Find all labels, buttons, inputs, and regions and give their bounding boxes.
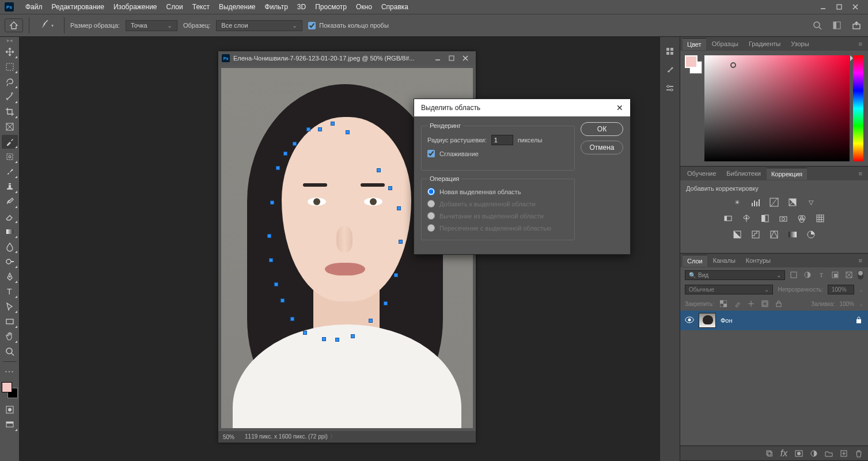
layer-thumbnail[interactable] — [699, 313, 716, 328]
show-ring-checkbox[interactable] — [308, 22, 316, 29]
delete-layer-icon[interactable] — [854, 449, 863, 458]
anchor-point[interactable] — [267, 234, 271, 238]
document-titlebar[interactable]: Ps Елена-Чонишвили-7-926-123-01-20-17.jp… — [218, 51, 476, 65]
adj-mixer-icon[interactable] — [795, 213, 808, 224]
layers-panel-menu[interactable]: ≡ — [855, 257, 866, 264]
layer-lock-icon[interactable] — [855, 316, 863, 325]
color-panel-menu[interactable]: ≡ — [855, 40, 866, 47]
magic-wand-tool[interactable] — [2, 90, 18, 104]
adjustment-layer-icon[interactable] — [809, 449, 818, 458]
search-button[interactable] — [810, 18, 824, 32]
sample-layers-dropdown[interactable]: Все слои⌄ — [216, 20, 302, 31]
lock-all-icon[interactable] — [774, 299, 783, 308]
tab-gradients[interactable]: Градиенты — [744, 38, 785, 50]
anchor-point[interactable] — [384, 301, 388, 305]
gradient-tool[interactable] — [2, 225, 18, 239]
tab-paths[interactable]: Контуры — [741, 255, 775, 266]
adj-gradientmap-icon[interactable] — [786, 229, 799, 240]
collapsed-icon-presets[interactable] — [662, 81, 678, 96]
move-tool[interactable] — [2, 45, 18, 59]
history-brush-tool[interactable] — [2, 195, 18, 209]
adj-curves-icon[interactable] — [768, 197, 780, 208]
quick-mask-toggle[interactable] — [2, 403, 18, 417]
lock-artboard-icon[interactable] — [760, 299, 770, 308]
marquee-tool[interactable] — [2, 60, 18, 74]
menu-text[interactable]: Текст — [188, 3, 214, 11]
doc-close[interactable] — [458, 53, 472, 63]
menu-3d[interactable]: 3D — [293, 3, 310, 11]
view-mode-button[interactable] — [830, 18, 844, 32]
hue-slider[interactable] — [853, 55, 863, 161]
share-button[interactable] — [850, 18, 863, 32]
color-field[interactable] — [704, 55, 850, 161]
anchor-point[interactable] — [322, 337, 326, 341]
pen-tool[interactable] — [2, 270, 18, 284]
op-new-radio-row[interactable]: Новая выделенная область — [427, 188, 568, 195]
color-picker-indicator[interactable] — [730, 62, 736, 68]
eyedropper-tool[interactable] — [2, 135, 18, 149]
anchor-point[interactable] — [388, 186, 392, 190]
anchor-point[interactable] — [293, 142, 297, 146]
menu-image[interactable]: Изображение — [109, 3, 162, 11]
layer-name[interactable]: Фон — [721, 317, 851, 324]
path-selection-tool[interactable] — [2, 300, 18, 313]
tab-layers[interactable]: Слои — [683, 255, 707, 267]
lasso-tool[interactable] — [2, 75, 18, 89]
anchor-point[interactable] — [290, 317, 294, 321]
lock-transparency-icon[interactable] — [719, 299, 728, 308]
anchor-point[interactable] — [394, 273, 398, 277]
lock-position-icon[interactable] — [746, 299, 756, 308]
layer-item-background[interactable]: Фон — [680, 311, 868, 330]
anchor-point[interactable] — [306, 127, 310, 131]
adj-balance-icon[interactable] — [740, 213, 753, 224]
ok-button[interactable]: ОК — [581, 122, 623, 136]
window-close[interactable] — [847, 0, 863, 14]
adj-posterize-icon[interactable] — [749, 229, 762, 240]
blur-tool[interactable] — [2, 240, 18, 254]
tab-color[interactable]: Цвет — [683, 38, 706, 50]
fg-bg-swatches[interactable] — [685, 55, 701, 161]
collapsed-icon-brush[interactable] — [662, 62, 678, 77]
doc-minimize[interactable] — [431, 53, 445, 63]
layers-filter-dropdown[interactable]: 🔍 Вид⌄ — [685, 270, 785, 280]
link-layers-icon[interactable]: ⧉ — [764, 449, 774, 458]
anchor-point[interactable] — [397, 206, 401, 210]
anchor-point[interactable] — [335, 338, 339, 342]
window-maximize[interactable] — [831, 0, 847, 14]
frame-tool[interactable] — [2, 120, 18, 134]
screen-mode-toggle[interactable] — [2, 418, 18, 432]
tab-libraries[interactable]: Библиотеки — [722, 168, 765, 179]
menu-file[interactable]: Файл — [21, 3, 47, 11]
feather-input[interactable] — [491, 135, 513, 145]
menu-window[interactable]: Окно — [351, 3, 377, 11]
filter-adjustment-icon[interactable] — [802, 270, 813, 280]
window-minimize[interactable] — [815, 0, 831, 14]
anchor-point[interactable] — [346, 130, 350, 134]
filter-toggle[interactable] — [858, 270, 863, 279]
antialias-checkbox[interactable] — [427, 150, 435, 157]
anchor-point[interactable] — [303, 331, 307, 335]
adj-hue-icon[interactable] — [722, 213, 734, 224]
anchor-point[interactable] — [399, 240, 403, 244]
anchor-point[interactable] — [276, 166, 280, 170]
tab-swatches[interactable]: Образцы — [707, 38, 743, 50]
anchor-point[interactable] — [269, 258, 273, 262]
tab-learning[interactable]: Обучение — [683, 168, 721, 179]
adj-threshold-icon[interactable] — [768, 229, 780, 240]
clone-stamp-tool[interactable] — [2, 180, 18, 194]
dialog-close[interactable]: ✕ — [616, 103, 623, 112]
adj-lookup-icon[interactable] — [814, 213, 827, 224]
tab-patterns[interactable]: Узоры — [786, 38, 813, 50]
tab-channels[interactable]: Каналы — [708, 255, 740, 266]
menu-layers[interactable]: Слои — [162, 3, 188, 11]
menu-help[interactable]: Справка — [377, 3, 413, 11]
filter-smartobject-icon[interactable] — [844, 270, 854, 280]
home-button[interactable] — [5, 18, 23, 32]
layer-visibility-icon[interactable] — [685, 316, 694, 324]
anchor-point[interactable] — [274, 282, 278, 286]
dialog-titlebar[interactable]: Выделить область ✕ — [414, 99, 630, 116]
doc-maximize[interactable] — [445, 53, 458, 63]
menu-selection[interactable]: Выделение — [214, 3, 260, 11]
menu-filter[interactable]: Фильтр — [260, 3, 293, 11]
brush-tool[interactable] — [2, 165, 18, 179]
